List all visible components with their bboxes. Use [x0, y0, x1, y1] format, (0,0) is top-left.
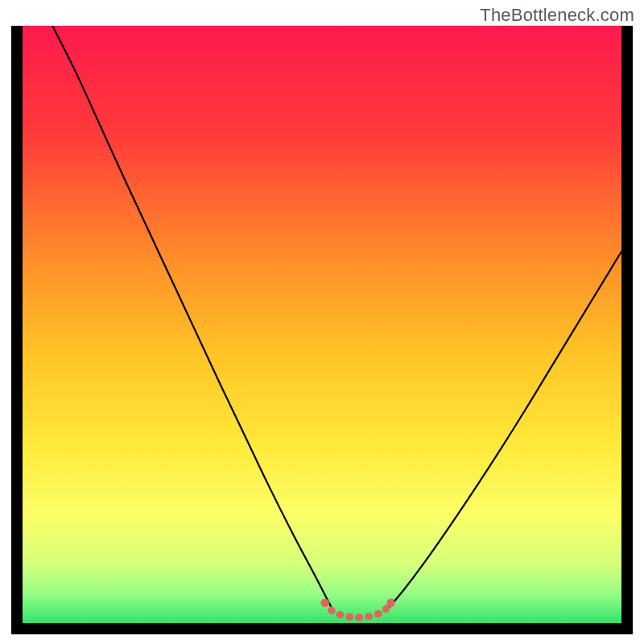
chart-stage: TheBottleneck.com: [0, 0, 644, 644]
plot-inner-area: [23, 26, 621, 623]
gradient-background: [23, 26, 621, 623]
plot-outer-frame: [11, 26, 633, 634]
series-valley-highlight-endcap: [321, 599, 329, 607]
series-valley-highlight-endcap: [386, 599, 394, 607]
watermark-text: TheBottleneck.com: [480, 5, 634, 26]
chart-svg: [23, 26, 621, 623]
